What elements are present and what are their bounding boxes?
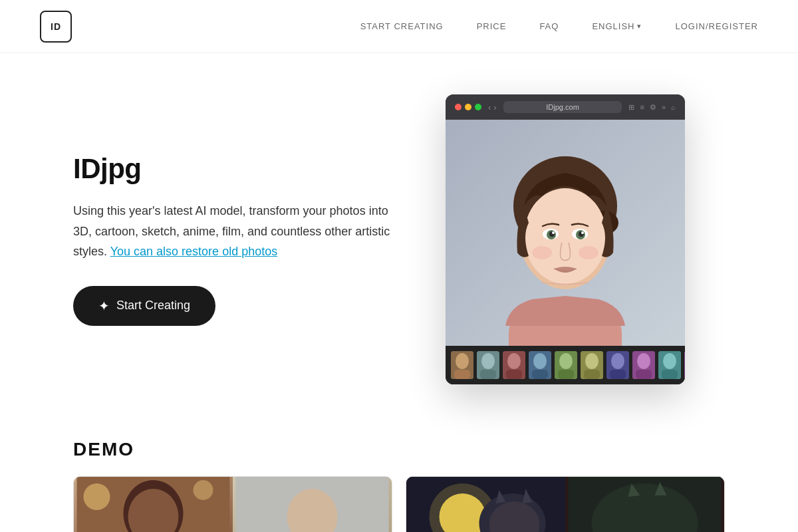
back-arrow-icon: ‹ xyxy=(488,102,491,112)
svg-rect-42 xyxy=(636,370,652,379)
thumbnail-1[interactable] xyxy=(451,351,473,379)
svg-point-41 xyxy=(637,353,650,369)
demo-card2-before-svg xyxy=(406,477,565,532)
svg-point-26 xyxy=(507,353,521,369)
browser-url-bar: IDjpg.com xyxy=(503,101,622,113)
share-icon: ⊞ xyxy=(628,103,634,112)
nav-faq[interactable]: FAQ xyxy=(539,21,559,31)
expand-icon: » xyxy=(662,103,666,112)
svg-point-44 xyxy=(663,353,676,369)
nav-price[interactable]: PRICE xyxy=(477,21,507,31)
svg-rect-33 xyxy=(558,370,574,379)
browser-actions: ⊞ ≡ ⚙ » ⌕ xyxy=(628,103,676,112)
header: ID START CREATING PRICE FAQ ENGLISH LOGI… xyxy=(0,0,798,53)
svg-point-18 xyxy=(579,246,598,259)
svg-rect-36 xyxy=(584,370,600,379)
demo-card-2 xyxy=(406,476,725,532)
demo-cards xyxy=(73,476,725,532)
dot-green xyxy=(475,104,481,110)
nav-start-creating[interactable]: START CREATING xyxy=(360,21,444,31)
demo-section: DEMO xyxy=(0,426,798,532)
sparkle-icon: ✦ xyxy=(98,298,110,314)
hero-restore-link[interactable]: You can also restore old photos xyxy=(110,245,278,258)
thumbnail-3[interactable] xyxy=(503,351,525,379)
svg-point-35 xyxy=(585,353,598,369)
browser-content xyxy=(446,120,685,384)
thumbnail-6[interactable] xyxy=(581,351,603,379)
nav-english[interactable]: ENGLISH xyxy=(592,21,642,31)
demo-after-svg xyxy=(233,477,392,532)
svg-rect-21 xyxy=(454,370,470,379)
demo-card-1-after xyxy=(233,477,392,532)
browser-mockup: ‹ › IDjpg.com ⊞ ≡ ⚙ » ⌕ xyxy=(446,94,685,384)
thumbnails-strip xyxy=(446,346,685,384)
svg-point-29 xyxy=(533,353,547,369)
demo-card-1 xyxy=(73,476,392,532)
hero-title: IDjpg xyxy=(73,153,406,185)
browser-nav-arrows: ‹ › xyxy=(488,102,497,112)
svg-point-38 xyxy=(611,353,624,369)
portrait-svg xyxy=(446,120,685,346)
browser-toolbar: ‹ › IDjpg.com ⊞ ≡ ⚙ » ⌕ xyxy=(446,94,685,120)
svg-point-17 xyxy=(532,246,552,259)
svg-point-53 xyxy=(84,483,110,510)
menu-icon: ≡ xyxy=(640,103,644,112)
start-creating-label: Start Creating xyxy=(116,299,190,313)
demo-card-2-after xyxy=(565,477,724,532)
logo[interactable]: ID xyxy=(40,11,72,43)
main-nav: START CREATING PRICE FAQ ENGLISH LOGIN/R… xyxy=(360,21,758,31)
demo-card-1-before xyxy=(74,477,233,532)
hero-text-block: IDjpg Using this year's latest AI model,… xyxy=(73,153,406,326)
svg-rect-24 xyxy=(480,370,496,379)
svg-rect-30 xyxy=(532,370,548,379)
dot-red xyxy=(455,104,462,110)
start-creating-button[interactable]: ✦ Start Creating xyxy=(73,286,215,326)
thumbnail-9[interactable] xyxy=(658,351,681,379)
thumbnail-8[interactable] xyxy=(632,351,655,379)
svg-point-15 xyxy=(552,231,555,234)
demo-card2-after-svg xyxy=(565,477,724,532)
demo-before-svg xyxy=(74,477,233,532)
search-icon: ⌕ xyxy=(671,103,676,112)
thumbnail-2[interactable] xyxy=(477,351,499,379)
svg-rect-46 xyxy=(684,351,685,379)
hero-section: IDjpg Using this year's latest AI model,… xyxy=(0,53,798,426)
svg-point-54 xyxy=(194,480,213,500)
thumbnail-4[interactable] xyxy=(529,351,551,379)
nav-login-register[interactable]: LOGIN/REGISTER xyxy=(675,21,758,31)
settings-icon: ⚙ xyxy=(650,103,656,112)
thumbnail-5[interactable] xyxy=(555,351,577,379)
browser-dots xyxy=(455,104,481,110)
forward-arrow-icon: › xyxy=(493,102,496,112)
hero-description: Using this year's latest AI model, trans… xyxy=(73,201,406,262)
svg-point-32 xyxy=(559,353,573,369)
svg-point-20 xyxy=(456,353,469,369)
main-photo xyxy=(446,120,685,346)
svg-rect-39 xyxy=(610,370,626,379)
demo-title: DEMO xyxy=(73,439,725,460)
thumbnail-7[interactable] xyxy=(606,351,629,379)
svg-rect-27 xyxy=(506,370,522,379)
svg-rect-45 xyxy=(662,370,678,379)
dot-yellow xyxy=(465,104,471,110)
demo-card-2-before xyxy=(406,477,565,532)
thumbnail-10[interactable] xyxy=(684,351,685,379)
svg-point-23 xyxy=(481,353,495,369)
svg-point-16 xyxy=(581,231,584,234)
logo-text: ID xyxy=(51,21,61,32)
